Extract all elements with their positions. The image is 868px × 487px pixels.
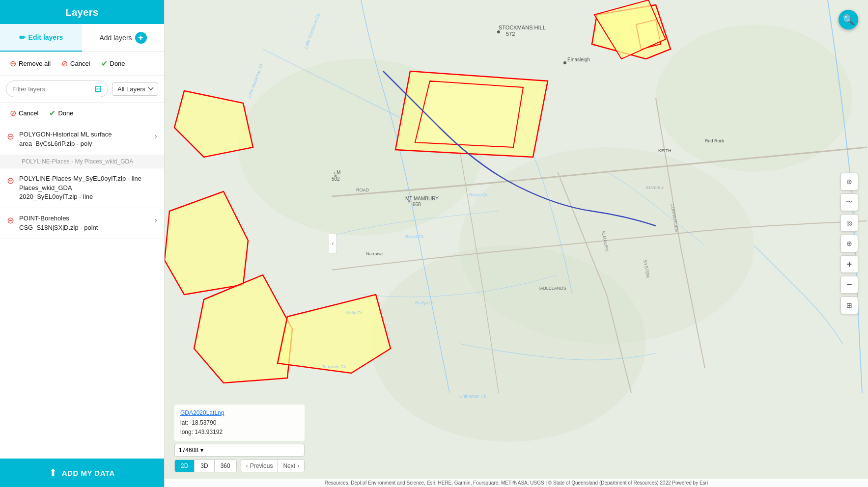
filter-row: ⊟ All Layers Polygon Polyline Point [0,76,164,103]
map-search-controls: 🔍 [839,10,858,29]
prev-button[interactable]: ‹ Previous [241,460,278,472]
remove-icon: ⊖ [10,59,16,68]
tab-row: ✏ Edit layers Add layers + [0,24,164,52]
locate-button[interactable]: ◎ [840,214,858,232]
layer-expand-icon[interactable]: › [154,215,157,225]
tab-edit-label: Edit layers [28,33,63,41]
view-360-button[interactable]: 360 [214,460,236,472]
svg-point-16 [497,30,500,33]
cancel-icon: ⊘ [61,59,68,68]
layer-remove-icon[interactable]: ⊖ [7,175,14,186]
view-3d-button[interactable]: 3D [194,460,214,472]
coord-label: GDA2020LatLng [180,408,299,418]
svg-point-25 [408,200,411,203]
done-icon: ✔ [101,59,108,68]
sidebar-collapse-button[interactable]: ‹ [329,234,337,253]
sidebar-title: Layers [0,0,164,24]
compass-button[interactable]: ⊕ [840,235,858,252]
svg-text:572: 572 [506,31,515,37]
sublayer-done-label: Done [58,109,73,117]
next-label: Next [283,462,295,469]
layer-expand-icon[interactable]: › [154,131,157,141]
cancel-label: Cancel [70,60,90,67]
svg-text:Narrawa: Narrawa [366,251,383,256]
next-icon: › [297,462,299,469]
sublayer-done-button[interactable]: ✔ Done [46,107,76,120]
remove-all-label: Remove all [19,60,51,67]
add-my-data-label: ADD MY DATA [62,469,115,477]
svg-text:Einasleigh: Einasleigh [567,57,590,62]
pencil-icon: ✏ [19,33,26,42]
tab-edit-layers[interactable]: ✏ Edit layers [0,24,82,52]
layer-type-select[interactable]: All Layers Polygon Polyline Point [112,82,158,96]
map-attribution: Resources, Dept.of Environment and Scien… [165,479,868,487]
done-label: Done [110,60,125,67]
svg-text:668: 668 [413,202,421,207]
svg-text:BEVERLY: BEVERLY [646,186,664,190]
svg-point-4 [371,245,646,442]
collapse-icon: ‹ [332,240,334,247]
prev-icon: ‹ [246,462,248,469]
zoom-crosshair-button[interactable]: ⊕ [840,173,858,190]
prev-label: Previous [250,462,273,469]
layer-remove-icon[interactable]: ⊖ [7,131,14,142]
layer-item-ghost: POLYLINE-Places - My Places_wkid_GDA [0,155,164,168]
scale-selector[interactable]: 174608 ▾ [174,444,305,457]
next-button[interactable]: Next › [278,460,304,472]
layer-item[interactable]: ⊖ POLYGON-Historical ML surface area_ByC… [0,124,164,155]
svg-text:M: M [336,170,340,175]
tab-add-label: Add layers [99,34,132,42]
svg-text:Boree Ck: Boree Ck [469,192,488,197]
coord-link[interactable]: GDA2020LatLng [180,409,224,416]
svg-text:ROAD: ROAD [356,188,369,192]
svg-text:+: + [333,171,336,176]
svg-text:TABLELANDS: TABLELANDS [538,286,566,291]
map-bottom-controls: GDA2020LatLng lat: -18.53790 long: 143.9… [174,405,305,472]
cancel-button[interactable]: ⊘ Cancel [58,57,93,70]
svg-text:Reillys Ck: Reillys Ck [415,300,435,305]
view-2d-button[interactable]: 2D [175,460,194,472]
sublayer-cancel-label: Cancel [19,109,38,117]
svg-text:KEITH: KEITH [658,148,672,153]
zoom-in-button[interactable]: + [840,255,858,273]
sublayer-action-row: ⊘ Cancel ✔ Done [0,103,164,124]
svg-marker-7 [415,81,523,147]
action-row: ⊖ Remove all ⊘ Cancel ✔ Done [0,52,164,76]
svg-point-3 [656,25,852,172]
layer-item[interactable]: ⊖ POLYLINE-Places-My_SyEL0oyIT.zip - lin… [0,168,164,209]
done-button[interactable]: ✔ Done [98,57,128,70]
filter-icon[interactable]: ⊟ [94,83,102,94]
layer-toggle-button[interactable]: ⊞ [840,297,858,314]
coordinate-display: GDA2020LatLng lat: -18.53790 long: 143.9… [174,405,305,441]
map-area: STOCKMANS HILL 572 Einasleigh M 502 + MT… [165,0,868,487]
zoom-out-button[interactable]: − [840,276,858,294]
search-icon: 🔍 [842,14,855,26]
map-search-button[interactable]: 🔍 [839,10,858,29]
svg-point-18 [563,61,566,64]
filter-input[interactable] [12,85,91,93]
scale-chevron: ▾ [200,447,203,454]
ghost-layer-name: POLYLINE-Places - My Places_wkid_GDA [22,158,133,165]
sublayer-cancel-button[interactable]: ⊘ Cancel [7,107,41,120]
layer-name: POLYGON-Historical ML surface area_ByCsL… [19,130,149,149]
svg-text:STOCKMANS HILL: STOCKMANS HILL [499,25,546,30]
add-my-data-bar[interactable]: ⬆ ADD MY DATA [0,459,164,487]
layer-remove-icon[interactable]: ⊖ [7,215,14,226]
long-display: long: 143.93192 [180,428,299,437]
layer-name: POINT-Boreholes CSG_S18NjSXjD.zip - poin… [19,214,149,233]
svg-text:Chinaman Ck: Chinaman Ck [459,394,486,399]
svg-text:502: 502 [332,176,340,182]
tab-add-layers[interactable]: Add layers + [82,24,164,52]
svg-text:MT MAMBURY: MT MAMBURY [405,196,439,201]
layer-name: POLYLINE-Places-My_SyEL0oyIT.zip - line … [19,174,157,202]
svg-text:Kelly Ck: Kelly Ck [346,310,363,315]
view-mode-buttons: 2D 3D 360 [174,460,237,472]
map-right-controls: ⊕ 〜 ◎ ⊕ + − ⊞ [840,173,858,314]
filter-input-wrap: ⊟ [6,81,108,97]
layer-item[interactable]: ⊖ POINT-Boreholes CSG_S18NjSXjD.zip - po… [0,208,164,239]
remove-all-button[interactable]: ⊖ Remove all [7,57,54,70]
elevation-button[interactable]: 〜 [840,193,858,211]
add-circle-icon: + [135,32,147,44]
svg-text:Red Rock: Red Rock [705,138,725,143]
upload-icon: ⬆ [49,467,57,478]
